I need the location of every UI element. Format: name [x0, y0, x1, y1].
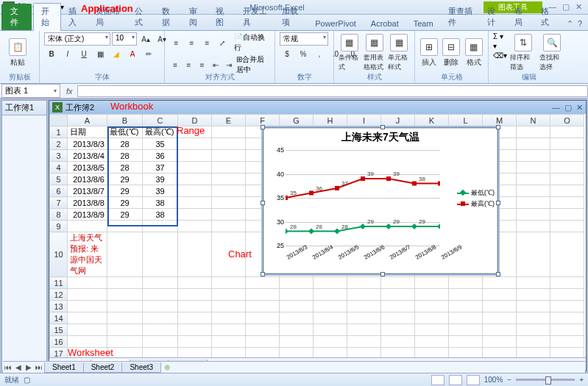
cell[interactable]	[449, 301, 483, 312]
cell[interactable]	[550, 162, 584, 174]
cell[interactable]	[280, 301, 314, 312]
cell[interactable]	[517, 336, 550, 348]
cell[interactable]	[550, 209, 584, 221]
autosum-icon[interactable]: Σ ▾	[493, 32, 507, 40]
cell[interactable]	[550, 348, 584, 358]
cell[interactable]	[178, 289, 212, 301]
cell[interactable]	[314, 348, 347, 358]
col-header[interactable]: A	[68, 115, 107, 126]
cell[interactable]	[107, 277, 143, 289]
align-right-icon[interactable]: ≡	[196, 58, 208, 71]
cell[interactable]	[143, 336, 178, 348]
bold-button[interactable]: B	[44, 47, 59, 60]
cell[interactable]	[280, 289, 314, 301]
increase-font-icon[interactable]: A▴	[138, 32, 153, 46]
outer-nav-prev[interactable]: ◀	[13, 363, 24, 371]
row-header[interactable]: 14	[50, 312, 68, 324]
maximize-icon[interactable]: ▢	[562, 2, 570, 12]
legend[interactable]: 最低(℃)最高(℃)	[457, 187, 495, 210]
cell[interactable]	[212, 277, 246, 289]
cell[interactable]	[143, 301, 178, 312]
cell[interactable]	[178, 348, 212, 358]
cell[interactable]	[68, 221, 107, 232]
cell[interactable]	[246, 324, 280, 336]
cell[interactable]	[246, 289, 280, 301]
workbook-titlebar[interactable]: X 工作簿2 — ▢ ✕	[49, 101, 586, 114]
cell[interactable]	[178, 174, 212, 185]
col-header[interactable]: E	[212, 115, 246, 126]
delete-cells-button[interactable]: ⊟删除	[442, 32, 461, 74]
cell[interactable]	[178, 301, 212, 312]
cell[interactable]	[347, 348, 381, 358]
cell[interactable]	[449, 289, 483, 301]
format-cells-button[interactable]: ▦格式	[464, 32, 483, 74]
cell[interactable]: 2013/8/3	[68, 138, 107, 150]
align-top-icon[interactable]: ≡	[169, 36, 183, 49]
cell[interactable]	[517, 162, 550, 174]
tab-addins[interactable]: 加载项	[274, 4, 308, 30]
cell[interactable]	[415, 324, 449, 336]
col-header[interactable]: G	[280, 115, 314, 126]
cell[interactable]	[314, 324, 347, 336]
cell[interactable]	[212, 174, 246, 185]
wb-maximize-icon[interactable]: ▢	[564, 103, 572, 112]
cell[interactable]	[212, 301, 246, 312]
cell[interactable]	[550, 336, 584, 348]
cell[interactable]	[280, 312, 314, 324]
indent-dec-icon[interactable]: ⇤	[210, 58, 222, 71]
cell[interactable]	[550, 138, 584, 150]
cell[interactable]	[347, 301, 381, 312]
cell[interactable]	[550, 289, 584, 301]
cell[interactable]	[178, 336, 212, 348]
tab-team[interactable]: Team	[406, 17, 441, 30]
view-break-icon[interactable]	[467, 375, 480, 385]
cell[interactable]	[178, 185, 212, 197]
cell[interactable]	[517, 277, 550, 289]
sheet-tab[interactable]: Sheet2	[83, 362, 123, 373]
cell[interactable]	[68, 324, 107, 336]
zoom-slider[interactable]	[516, 379, 575, 381]
cell[interactable]: 38	[143, 209, 178, 221]
tab-acrobat[interactable]: Acrobat	[364, 17, 406, 30]
cell[interactable]	[347, 277, 381, 289]
cell[interactable]	[347, 336, 381, 348]
cell[interactable]	[212, 126, 246, 138]
cell[interactable]	[550, 277, 584, 289]
cell[interactable]	[415, 336, 449, 348]
col-header[interactable]: J	[381, 115, 415, 126]
cell[interactable]	[381, 336, 415, 348]
row-header[interactable]: 6	[50, 185, 68, 197]
cell[interactable]	[517, 150, 550, 162]
tab-data[interactable]: 数据	[155, 4, 182, 30]
cell[interactable]	[517, 289, 550, 301]
cell[interactable]	[178, 277, 212, 289]
view-normal-icon[interactable]	[431, 375, 444, 385]
cell[interactable]	[483, 348, 517, 358]
percent-icon[interactable]: %	[296, 47, 311, 60]
align-mid-icon[interactable]: ≡	[185, 36, 199, 49]
cell[interactable]: 上海天气预报: 来源中国天气网	[68, 232, 107, 277]
currency-icon[interactable]: $	[280, 47, 294, 60]
cell[interactable]	[449, 336, 483, 348]
cell[interactable]	[449, 348, 483, 358]
cell[interactable]	[107, 324, 143, 336]
cell[interactable]: 日期	[68, 126, 107, 138]
col-header[interactable]: N	[517, 115, 550, 126]
row-header[interactable]: 9	[50, 221, 68, 232]
row-header[interactable]: 16	[50, 336, 68, 348]
cell[interactable]: 2013/8/9	[68, 209, 107, 221]
cell[interactable]	[178, 150, 212, 162]
cell[interactable]	[449, 277, 483, 289]
cell[interactable]	[178, 232, 212, 277]
cell[interactable]	[381, 301, 415, 312]
insert-cells-button[interactable]: ⊞插入	[419, 32, 439, 74]
outer-nav-first[interactable]: ⏮	[3, 363, 13, 371]
align-left-icon[interactable]: ≡	[169, 58, 181, 71]
cell[interactable]	[68, 336, 107, 348]
cell[interactable]	[246, 277, 280, 289]
cell[interactable]	[212, 150, 246, 162]
view-layout-icon[interactable]	[449, 375, 462, 385]
cell[interactable]	[246, 301, 280, 312]
plot-area[interactable]: 25303540452013/8/32013/8/42013/8/52013/8…	[286, 150, 440, 246]
cell[interactable]	[107, 348, 143, 358]
